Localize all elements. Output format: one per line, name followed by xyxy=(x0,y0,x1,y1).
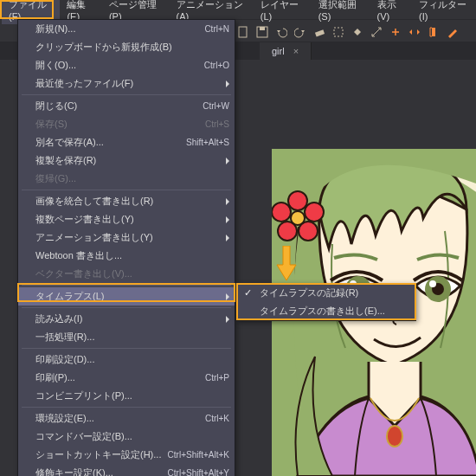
menu-timelapse[interactable]: タイムラプス(L) xyxy=(18,287,235,306)
submenu-record[interactable]: ✓ タイムラプスの記録(R) xyxy=(237,284,415,302)
timelapse-submenu: ✓ タイムラプスの記録(R) タイムラプスの書き出し(E)... xyxy=(236,283,416,321)
chevron-right-icon xyxy=(226,235,229,241)
menu-preferences[interactable]: 環境設定(E)...Ctrl+K xyxy=(18,409,235,428)
chevron-right-icon xyxy=(226,216,229,223)
svg-rect-3 xyxy=(315,29,325,36)
menu-view[interactable]: 表示(V) xyxy=(370,0,412,24)
chevron-right-icon xyxy=(226,158,229,164)
tab-label: girl xyxy=(272,46,285,56)
menu-convenience-print[interactable]: コンビニプリント(P)... xyxy=(18,387,235,405)
file-menu: 新規(N)...Ctrl+N クリップボードから新規作成(B) 開く(O)...… xyxy=(17,19,235,476)
chevron-right-icon xyxy=(226,198,229,205)
document-tab[interactable]: girl × xyxy=(260,42,312,60)
menu-new[interactable]: 新規(N)...Ctrl+N xyxy=(18,20,235,38)
chevron-right-icon xyxy=(226,80,229,87)
menu-recent[interactable]: 最近使ったファイル(F) xyxy=(18,74,235,93)
menu-commandbar-settings[interactable]: コマンドバー設定(B)... xyxy=(18,428,235,446)
chevron-right-icon xyxy=(226,293,229,300)
menu-export-vector: ベクター書き出し(V)... xyxy=(18,265,235,283)
separator xyxy=(22,94,231,95)
submenu-export[interactable]: タイムラプスの書き出し(E)... xyxy=(237,302,415,320)
menu-import[interactable]: 読み込み(I) xyxy=(18,310,235,328)
svg-rect-5 xyxy=(432,28,435,36)
menu-export-merged[interactable]: 画像を統合して書き出し(R) xyxy=(18,192,235,210)
menu-print-setup[interactable]: 印刷設定(D)... xyxy=(18,351,235,369)
svg-rect-2 xyxy=(260,27,265,30)
menu-shortcut-settings[interactable]: ショートカットキー設定(H)...Ctrl+Shift+Alt+K xyxy=(18,446,235,464)
menu-batch[interactable]: 一括処理(R)... xyxy=(18,328,235,346)
menu-new-clipboard[interactable]: クリップボードから新規作成(B) xyxy=(18,38,235,56)
svg-rect-0 xyxy=(239,27,247,37)
separator xyxy=(22,285,231,286)
menu-save-copy[interactable]: 複製を保存(R) xyxy=(18,151,235,170)
menu-modifier-settings[interactable]: 修飾キー設定(K)...Ctrl+Shift+Alt+Y xyxy=(18,464,235,476)
separator xyxy=(22,190,231,190)
menu-export-webtoon[interactable]: Webtoon 書き出し... xyxy=(18,247,235,265)
check-icon: ✓ xyxy=(244,287,252,299)
separator xyxy=(22,407,231,408)
separator xyxy=(22,348,231,349)
menu-revert: 復帰(G)... xyxy=(18,170,235,188)
menubar: ファイル(F) 編集(E) ページ管理(P) アニメーション(A) レイヤー(L… xyxy=(0,0,476,19)
menu-open[interactable]: 開く(O)...Ctrl+O xyxy=(18,56,235,74)
separator xyxy=(22,307,231,308)
menu-close[interactable]: 閉じる(C)Ctrl+W xyxy=(18,97,235,115)
menu-filter[interactable]: フィルター(I) xyxy=(412,0,476,24)
chevron-right-icon xyxy=(226,316,229,323)
menu-export-animation[interactable]: アニメーション書き出し(Y) xyxy=(18,228,235,247)
menu-layer[interactable]: レイヤー(L) xyxy=(254,0,312,24)
arrow-down-icon xyxy=(273,246,299,280)
svg-point-24 xyxy=(429,280,436,287)
close-icon[interactable]: × xyxy=(293,46,299,56)
menu-save-as[interactable]: 別名で保存(A)...Shift+Alt+S xyxy=(18,133,235,151)
menu-save: 保存(S)Ctrl+S xyxy=(18,115,235,133)
menu-selection[interactable]: 選択範囲(S) xyxy=(312,0,370,24)
menu-export-multipage[interactable]: 複数ページ書き出し(Y) xyxy=(18,210,235,228)
svg-point-25 xyxy=(387,426,402,447)
menu-print[interactable]: 印刷(P)...Ctrl+P xyxy=(18,369,235,387)
svg-rect-4 xyxy=(334,28,343,36)
